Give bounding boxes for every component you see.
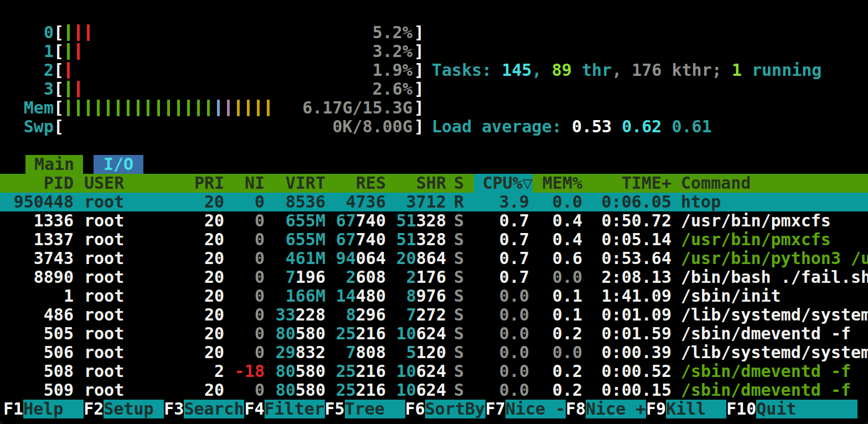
- cell-state: R: [446, 193, 474, 211]
- table-row[interactable]: 509root200805802521610624S0.00.20:00.15/…: [0, 381, 868, 400]
- meter-tick: [67, 43, 70, 60]
- mem-value-low: 740: [356, 230, 386, 249]
- text-segment: 89: [552, 60, 572, 80]
- meter-value: 6.17G/15.3G: [302, 99, 412, 117]
- mem-value-high: 10: [396, 381, 416, 400]
- tab-main[interactable]: Main: [25, 155, 83, 174]
- table-row[interactable]: 486root2003322882967272S0.00.10:01.09/li…: [0, 306, 868, 324]
- column-header-pid[interactable]: PID: [3, 174, 74, 193]
- meter-bar: 6.17G/15.3G: [64, 99, 414, 117]
- fnkey-action-label: Setup: [104, 400, 164, 418]
- fnkey-nice-[interactable]: F8Nice +: [566, 400, 646, 418]
- table-row[interactable]: 1337root200655M6774051328S0.70.40:05.14/…: [0, 230, 868, 249]
- mem-value-high: 8: [406, 287, 416, 306]
- cell-nice: 0: [224, 343, 265, 362]
- table-row[interactable]: 508root2-18805802521610624S0.00.20:00.52…: [0, 362, 868, 381]
- fnkey-setup[interactable]: F2Setup: [84, 400, 164, 418]
- cell-time: 0:50.72: [582, 211, 671, 230]
- fnkey-action-label: Search: [184, 400, 244, 418]
- meter-close-bracket: ]: [414, 61, 424, 80]
- tab-io[interactable]: I/O: [94, 155, 143, 174]
- fnkey-nice-[interactable]: F7Nice -: [485, 400, 566, 418]
- fnkey-sortby[interactable]: F6SortBy: [405, 400, 485, 418]
- fnkey-quit[interactable]: F10Quit: [726, 400, 857, 418]
- meter-tick: [267, 100, 270, 116]
- fnkey-filter[interactable]: F4Filter: [244, 400, 324, 418]
- meter-1: 1[3.2%]: [3, 42, 424, 61]
- column-header-mem[interactable]: MEM%: [533, 174, 582, 193]
- mem-value-low: 228: [296, 306, 326, 324]
- fnkey-search[interactable]: F3Search: [164, 400, 244, 418]
- cell-state: S: [446, 268, 474, 287]
- cell-time: 0:01.09: [582, 306, 671, 324]
- column-header-ni[interactable]: NI: [224, 174, 265, 193]
- cell-command: htop: [671, 193, 868, 211]
- cell-pri: 20: [194, 324, 224, 343]
- cell-pid: 1336: [3, 211, 74, 230]
- cell-user: root: [74, 268, 194, 287]
- column-header-cmd[interactable]: Command: [671, 174, 868, 193]
- fnkey-help[interactable]: F1Help: [3, 400, 84, 418]
- cell-cpu-percent: 0.0: [474, 287, 529, 306]
- cell-cpu-percent: 0.7: [474, 230, 529, 249]
- meter-open-bracket: [: [54, 61, 64, 80]
- meter-tick: [187, 100, 190, 116]
- cell-user: root: [74, 362, 194, 381]
- cell-shr: 10624: [386, 362, 446, 381]
- cell-mem-percent: 0.1: [529, 287, 582, 306]
- table-row[interactable]: 505root200805802521610624S0.00.20:01.59/…: [0, 324, 868, 343]
- text-segment: [662, 117, 671, 136]
- fnkey-kill[interactable]: F9Kill: [646, 400, 726, 418]
- meter-tick: [137, 100, 140, 116]
- cell-state: S: [446, 362, 474, 381]
- cell-pid: 505: [3, 324, 74, 343]
- cell-virt: 8536: [265, 193, 326, 211]
- cell-user: root: [74, 343, 194, 362]
- meter-tick: [257, 100, 260, 116]
- fnkey-action-label: Filter: [265, 400, 325, 418]
- cell-pid: 486: [3, 306, 74, 324]
- mem-value-low: 328: [416, 211, 446, 230]
- mem-value-low: 176: [416, 268, 446, 287]
- table-row[interactable]: 3743root200461M9406420864S0.70.60:53.64/…: [0, 249, 868, 268]
- column-header-cpu[interactable]: CPU%▽: [474, 174, 533, 193]
- text-segment: 145: [502, 60, 531, 80]
- mem-value-low: 196: [296, 268, 326, 287]
- meter-label: 3: [3, 80, 54, 99]
- column-header-pri[interactable]: PRI: [194, 174, 224, 193]
- column-header-user[interactable]: USER: [74, 174, 194, 193]
- cell-command: /usr/bin/pmxcfs: [671, 230, 868, 249]
- fnkey-action-label: Help: [23, 400, 84, 418]
- cell-mem-percent: 0.0: [529, 343, 582, 362]
- mem-value-low: 296: [356, 306, 386, 324]
- column-header-shr[interactable]: SHR: [386, 174, 446, 193]
- table-row[interactable]: 950448root200853647363712R3.90.00:06.05h…: [0, 193, 868, 211]
- meter-tick: [77, 24, 80, 41]
- cell-shr: 3712: [386, 193, 446, 211]
- table-row[interactable]: 1336root200655M6774051328S0.70.40:50.72/…: [0, 211, 868, 230]
- cell-mem-percent: 0.0: [529, 268, 582, 287]
- table-row[interactable]: 1root200166M144808976S0.00.11:41.09/sbin…: [0, 287, 868, 306]
- cell-pri: 20: [194, 230, 224, 249]
- cell-pri: 20: [194, 249, 224, 268]
- table-row[interactable]: 506root2002983278085120S0.00.00:00.39/li…: [0, 343, 868, 362]
- mem-value: 166M: [286, 287, 326, 306]
- cell-virt: 655M: [265, 211, 326, 230]
- table-row[interactable]: 8890root200719626082176S0.70.02:08.13/bi…: [0, 268, 868, 287]
- fnkey-tree[interactable]: F5Tree: [325, 400, 405, 418]
- column-header-res[interactable]: RES: [326, 174, 386, 193]
- cell-virt: 461M: [265, 249, 326, 268]
- column-header-time[interactable]: TIME+: [582, 174, 671, 193]
- cell-user: root: [74, 324, 194, 343]
- cell-cpu-percent: 0.7: [474, 211, 529, 230]
- column-header-s[interactable]: S: [446, 174, 474, 193]
- cell-time: 2:08.13: [582, 268, 671, 287]
- column-header-virt[interactable]: VIRT: [265, 174, 326, 193]
- cell-nice: 0: [224, 287, 265, 306]
- cell-cpu-percent: 0.7: [474, 268, 529, 287]
- fnkey-action-label: SortBy: [425, 400, 485, 418]
- mem-value-low: 328: [416, 230, 446, 249]
- cell-shr: 51328: [386, 211, 446, 230]
- cell-pid: 1: [3, 287, 74, 306]
- cell-mem-percent: 0.6: [529, 249, 582, 268]
